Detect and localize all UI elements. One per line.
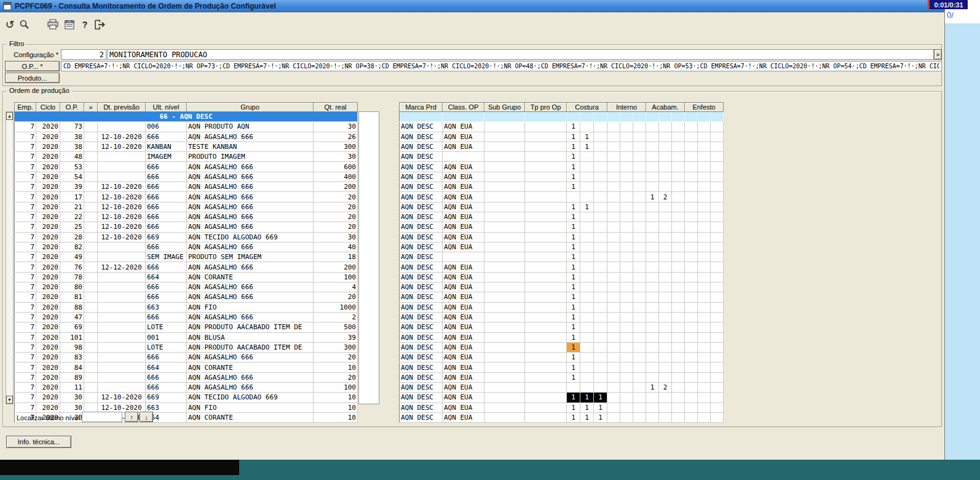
cell-class-op[interactable]: AQN EUA (443, 412, 484, 422)
cell-costura-1[interactable]: 1 (567, 342, 580, 352)
cell-goto[interactable] (84, 182, 98, 192)
table-row[interactable]: AQN DESCAQN EUA11 (400, 132, 724, 142)
cell-enfesto-2[interactable] (698, 332, 711, 342)
cell-enfesto-2[interactable] (698, 342, 711, 352)
cell-enfesto-3[interactable] (711, 342, 724, 352)
cell-enfesto-3[interactable] (711, 353, 724, 362)
cell-op[interactable]: 21 (60, 202, 84, 212)
cell-acabam-3[interactable] (672, 152, 685, 162)
cell-enfesto-3[interactable] (711, 172, 724, 182)
group-row-cell[interactable] (620, 112, 633, 122)
cell-ult-nivel[interactable]: IMAGEM (146, 152, 187, 162)
group-row-cell[interactable] (594, 112, 607, 122)
cell-goto[interactable] (84, 242, 98, 252)
cell-class-op[interactable] (443, 252, 484, 262)
cell-op[interactable]: 25 (60, 222, 84, 232)
cell-interno-2[interactable] (620, 393, 633, 402)
cell-costura-3[interactable]: 1 (594, 412, 607, 422)
cell-qt-real[interactable]: 20 (314, 212, 358, 222)
cell-acabam-2[interactable] (659, 402, 672, 412)
cell-interno-3[interactable] (633, 302, 646, 312)
cell-qt-real[interactable]: 300 (314, 142, 358, 151)
cell-ult-nivel[interactable]: 006 (146, 122, 187, 132)
cell-ult-nivel[interactable]: 666 (146, 383, 187, 393)
cell-costura-2[interactable] (580, 322, 594, 332)
cell-costura-3[interactable] (594, 322, 607, 332)
cell-costura-1[interactable]: 1 (567, 172, 580, 182)
cell-marca-prd[interactable]: AQN DESC (400, 242, 443, 252)
cell-interno-1[interactable] (607, 362, 620, 372)
cell-tp-pro-op[interactable] (525, 342, 567, 352)
cell-interno-2[interactable] (620, 362, 633, 372)
cell-costura-3[interactable]: 1 (594, 402, 607, 412)
cell-emp[interactable]: 7 (15, 292, 36, 302)
cell-marca-prd[interactable]: AQN DESC (400, 262, 443, 272)
cell-enfesto-1[interactable] (685, 302, 698, 312)
cell-qt-real[interactable]: 2 (314, 312, 358, 322)
cell-qt-real[interactable]: 4 (314, 282, 358, 292)
group-row-cell[interactable] (400, 112, 443, 122)
table-row[interactable]: AQN DESCAQN EUA1 (400, 222, 724, 232)
cell-enfesto-2[interactable] (698, 152, 711, 162)
cell-acabam-2[interactable] (659, 162, 672, 172)
cell-marca-prd[interactable]: AQN DESC (400, 182, 443, 192)
cell-grupo[interactable]: AQN BLUSA (187, 332, 314, 342)
group-row-cell[interactable] (711, 112, 724, 122)
help-icon[interactable]: ? (77, 17, 92, 32)
cell-costura-3[interactable] (594, 272, 607, 282)
cell-op[interactable]: 84 (60, 362, 84, 372)
cell-marca-prd[interactable]: AQN DESC (400, 212, 443, 222)
cell-costura-2[interactable]: 1 (580, 393, 594, 402)
cell-ciclo[interactable]: 2020 (36, 383, 60, 393)
cell-op[interactable]: 76 (60, 262, 84, 272)
cell-acabam-1[interactable] (646, 202, 659, 212)
cell-sub-grupo[interactable] (484, 192, 525, 202)
cell-emp[interactable]: 7 (15, 162, 36, 172)
cell-op[interactable]: 30 (60, 393, 84, 402)
cell-emp[interactable]: 7 (15, 232, 36, 242)
localizar-down-button[interactable]: ↓ (140, 412, 153, 422)
cell-op[interactable]: 38 (60, 132, 84, 142)
cell-interno-1[interactable] (607, 302, 620, 312)
table-row[interactable]: 7202047666AQN AGASALHO 6662 (15, 312, 358, 322)
cell-enfesto-1[interactable] (685, 162, 698, 172)
cell-costura-2[interactable] (580, 383, 594, 393)
cell-emp[interactable]: 7 (15, 353, 36, 362)
cell-enfesto-1[interactable] (685, 232, 698, 242)
cell-tp-pro-op[interactable] (525, 332, 567, 342)
cell-grupo[interactable]: AQN AGASALHO 666 (187, 292, 314, 302)
column-header[interactable]: Interno (607, 103, 646, 112)
cell-qt-real[interactable]: 600 (314, 162, 358, 172)
cell-costura-1[interactable]: 1 (567, 312, 580, 322)
cell-costura-3[interactable] (594, 252, 607, 262)
cell-acabam-3[interactable] (672, 332, 685, 342)
table-row[interactable]: 7202011666AQN AGASALHO 666100 (15, 383, 358, 393)
cell-marca-prd[interactable]: AQN DESC (400, 362, 443, 372)
table-row[interactable]: AQN DESCAQN EUA1 (400, 372, 724, 382)
cell-tp-pro-op[interactable] (525, 132, 567, 142)
column-header[interactable]: Emp. (15, 103, 36, 112)
cell-goto[interactable] (84, 232, 98, 242)
cell-enfesto-3[interactable] (711, 122, 724, 132)
cell-op[interactable]: 49 (60, 252, 84, 262)
cell-ult-nivel[interactable]: 666 (146, 132, 187, 142)
cell-sub-grupo[interactable] (484, 393, 525, 402)
cell-interno-2[interactable] (620, 132, 633, 142)
cell-goto[interactable] (84, 162, 98, 172)
cell-grupo[interactable]: AQN PRODUTO AQN (187, 122, 314, 132)
cell-enfesto-1[interactable] (685, 362, 698, 372)
cell-interno-1[interactable] (607, 272, 620, 282)
cell-enfesto-1[interactable] (685, 272, 698, 282)
cell-class-op[interactable]: AQN EUA (443, 162, 484, 172)
cell-enfesto-2[interactable] (698, 262, 711, 272)
grid-vertical-scrollbar[interactable]: ▲ ▼ (6, 111, 14, 404)
cell-acabam-2[interactable] (659, 342, 672, 352)
cell-interno-3[interactable] (633, 393, 646, 402)
cell-ult-nivel[interactable]: 666 (146, 222, 187, 232)
group-row-cell[interactable] (659, 112, 672, 122)
cell-acabam-3[interactable] (672, 212, 685, 222)
cell-dt-previsao[interactable]: 12-10-2020 (98, 142, 146, 151)
cell-marca-prd[interactable]: AQN DESC (400, 142, 443, 151)
cell-enfesto-1[interactable] (685, 182, 698, 192)
cell-interno-2[interactable] (620, 372, 633, 382)
